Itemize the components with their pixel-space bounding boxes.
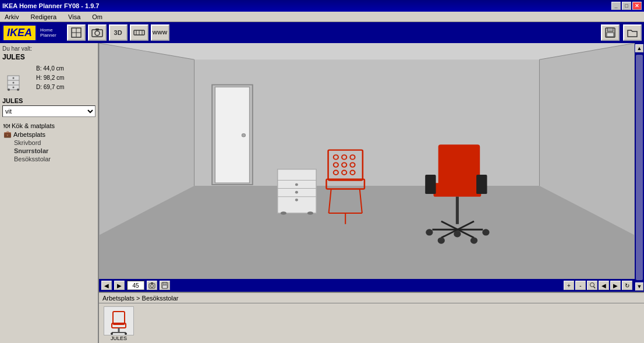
- nav-item-besoksstolar[interactable]: Besöksstolar: [12, 155, 95, 163]
- scroll-track[interactable]: [636, 55, 643, 280]
- selected-label: Du har valt:: [2, 45, 95, 52]
- minimize-button[interactable]: _: [611, 2, 621, 10]
- bottom-panel: Arbetsplats > Besöksstolar: [99, 292, 644, 343]
- svg-point-86: [125, 333, 127, 335]
- pan-right-button[interactable]: ▶: [610, 281, 621, 290]
- svg-point-16: [13, 77, 15, 79]
- kitchen-icon: 🍽: [3, 122, 10, 129]
- save-button[interactable]: [601, 24, 620, 41]
- pan-left-button[interactable]: ◀: [599, 281, 609, 290]
- svg-line-80: [594, 287, 596, 288]
- title-bar: IKEA Home Planner FY08 - 1.9.7 _ □ ✕: [0, 0, 644, 12]
- svg-point-71: [470, 237, 477, 243]
- item-icon: [2, 63, 31, 93]
- viewport-area: ◀ ▶ + -: [99, 43, 644, 343]
- svg-point-35: [242, 133, 245, 137]
- viewport-row: ◀ ▶ + -: [99, 43, 644, 292]
- save-view-button[interactable]: [160, 281, 170, 290]
- svg-rect-77: [163, 282, 167, 285]
- svg-point-18: [13, 87, 15, 89]
- maximize-button[interactable]: □: [622, 2, 631, 10]
- svg-point-20: [17, 89, 19, 91]
- svg-point-79: [590, 283, 595, 287]
- svg-rect-62: [425, 175, 436, 194]
- svg-point-74: [151, 285, 154, 288]
- svg-rect-81: [113, 312, 125, 324]
- zoom-out-button[interactable]: -: [575, 281, 586, 290]
- svg-rect-12: [607, 33, 614, 37]
- svg-marker-25: [99, 186, 635, 279]
- bottom-item-label: JULES: [111, 335, 127, 341]
- dim-h: H: 98,2 cm: [36, 73, 64, 83]
- measure-button[interactable]: [130, 24, 148, 41]
- next-view-button[interactable]: ▶: [114, 281, 125, 290]
- svg-point-85: [111, 333, 113, 335]
- menu-visa[interactable]: Visa: [66, 13, 83, 21]
- right-scrollbar: ▲ ▼: [635, 43, 644, 292]
- menu-arkiv[interactable]: Arkiv: [2, 13, 21, 21]
- floorplan-button[interactable]: [67, 24, 86, 41]
- 3d-view[interactable]: [99, 43, 635, 279]
- svg-point-70: [438, 237, 445, 243]
- nav-item-skrivbord[interactable]: Skrivbord: [12, 139, 95, 147]
- close-button[interactable]: ✕: [632, 2, 642, 10]
- svg-rect-75: [151, 282, 153, 284]
- scroll-up-button[interactable]: ▲: [635, 44, 643, 52]
- left-navigation: 🍽 Kök & matplats 💼 Arbetsplats Skrivbord…: [2, 122, 95, 341]
- open-button[interactable]: [623, 24, 642, 41]
- svg-point-44: [307, 211, 313, 215]
- www-button[interactable]: WWW: [151, 24, 169, 41]
- main-area: Du har valt: JULES B: 44: [0, 43, 644, 343]
- zoom-controls: + - ◀ ▶ ↻: [564, 281, 632, 290]
- item-name-label: JULES: [2, 97, 95, 104]
- menu-om[interactable]: Om: [90, 13, 105, 21]
- nav-category-kitchen[interactable]: 🍽 Kök & matplats: [2, 122, 95, 130]
- viewport-controls: ◀ ▶ + -: [99, 279, 635, 292]
- screenshot-button[interactable]: [147, 281, 157, 290]
- prev-view-button[interactable]: ◀: [101, 281, 112, 290]
- nav-sub-workspace: Skrivbord Snurrstolar Besöksstolar: [2, 139, 95, 163]
- zoom-in-button[interactable]: +: [564, 281, 574, 290]
- menu-bar: Arkiv Redigera Visa Om: [0, 12, 644, 22]
- svg-rect-11: [607, 28, 613, 31]
- window-controls: _ □ ✕: [611, 2, 642, 10]
- 3d-button[interactable]: 3D: [109, 24, 128, 41]
- scene-svg: [99, 43, 635, 279]
- nav-category-workspace[interactable]: 💼 Arbetsplats: [2, 130, 95, 139]
- zoom-input[interactable]: [127, 281, 144, 290]
- title-text: IKEA Home Planner FY08 - 1.9.7: [2, 2, 99, 9]
- scroll-down-button[interactable]: ▼: [635, 282, 643, 291]
- menu-redigera[interactable]: Redigera: [28, 13, 59, 21]
- dim-d: D: 69,7 cm: [36, 83, 64, 92]
- svg-point-19: [8, 89, 10, 91]
- item-dimensions: B: 44,0 cm H: 98,2 cm D: 69,7 cm: [36, 64, 64, 92]
- dim-b: B: 44,0 cm: [36, 64, 64, 73]
- svg-rect-60: [438, 144, 480, 186]
- svg-rect-63: [476, 175, 487, 194]
- breadcrumb: Arbetsplats > Besöksstolar: [102, 295, 179, 302]
- ikea-subtitle: Home Planner: [40, 27, 56, 38]
- viewport[interactable]: ◀ ▶ + -: [99, 43, 635, 292]
- bottom-items-list: JULES: [99, 303, 644, 343]
- left-panel: Du har valt: JULES B: 44: [0, 43, 99, 343]
- camera-button[interactable]: [88, 24, 107, 41]
- rotate-button[interactable]: ↻: [622, 281, 632, 290]
- color-select[interactable]: vit: [2, 105, 95, 117]
- svg-point-40: [295, 183, 298, 186]
- svg-point-68: [426, 229, 433, 235]
- item-preview: B: 44,0 cm H: 98,2 cm D: 69,7 cm: [2, 63, 95, 93]
- bottom-item-image: [104, 306, 134, 335]
- toolbar: IKEA Home Planner 3D WWW: [0, 22, 644, 43]
- svg-rect-61: [433, 183, 481, 197]
- svg-point-17: [13, 82, 15, 84]
- svg-point-42: [295, 199, 298, 201]
- selected-name: JULES: [2, 53, 95, 61]
- svg-point-41: [295, 191, 298, 194]
- breadcrumb-bar: Arbetsplats > Besöksstolar: [99, 293, 644, 303]
- svg-point-72: [454, 231, 461, 237]
- nav-item-snurrstolar[interactable]: Snurrstolar: [12, 147, 95, 155]
- nav-kitchen-label: Kök & matplats: [12, 122, 55, 129]
- bottom-item-jules[interactable]: JULES: [101, 306, 136, 341]
- svg-point-69: [482, 229, 489, 235]
- zoom-fit-button[interactable]: [587, 281, 597, 290]
